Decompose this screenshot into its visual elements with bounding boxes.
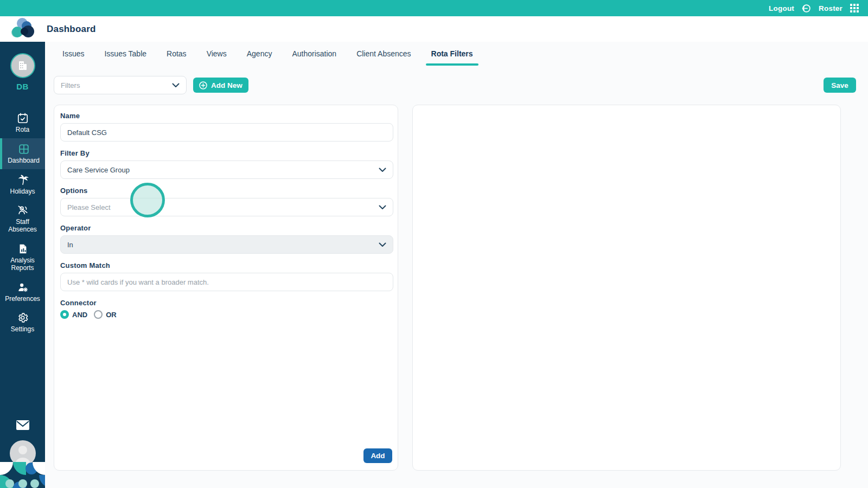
filter-by-select[interactable]: Care Service Group xyxy=(60,160,393,179)
filter-form-card: Name Filter By Care Service Group Option… xyxy=(54,105,398,471)
name-label: Name xyxy=(60,112,392,120)
roster-link[interactable]: Roster xyxy=(819,4,843,12)
chevron-down-icon xyxy=(379,205,386,210)
custom-match-label: Custom Match xyxy=(60,261,392,269)
sidebar-item-label: Settings xyxy=(2,326,44,333)
sidebar-item-label: Analysis Reports xyxy=(2,257,44,272)
connector-or-radio[interactable]: OR xyxy=(94,310,117,319)
connector-label: Connector xyxy=(60,299,392,307)
sidebar-item-label: Dashboard xyxy=(3,157,45,165)
user-initials: DB xyxy=(16,82,29,91)
messages-icon[interactable] xyxy=(16,420,30,433)
building-icon xyxy=(17,60,29,72)
page-title: Dashboard xyxy=(47,24,96,35)
app-header: Dashboard xyxy=(0,16,868,42)
document-chart-icon xyxy=(17,243,29,255)
gear-icon xyxy=(17,312,29,324)
name-input[interactable] xyxy=(60,123,393,142)
tab-issues[interactable]: Issues xyxy=(61,42,85,65)
add-button[interactable]: Add xyxy=(363,448,392,463)
tab-issues-table[interactable]: Issues Table xyxy=(103,42,148,65)
person-gear-icon xyxy=(17,281,29,293)
sidebar-item-rota[interactable]: Rota xyxy=(0,107,45,138)
add-new-label: Add New xyxy=(211,81,242,89)
tab-label: Rota Filters xyxy=(431,49,473,58)
sidebar-item-preferences[interactable]: Preferences xyxy=(0,277,45,307)
app-logo-icon xyxy=(11,17,35,41)
sidebar-item-dashboard[interactable]: Dashboard xyxy=(0,138,45,169)
tab-rotas[interactable]: Rotas xyxy=(165,42,188,65)
logout-icon[interactable] xyxy=(802,4,811,13)
sidebar-item-label: Rota xyxy=(2,126,44,134)
filter-results-card xyxy=(412,105,841,471)
main-content: Issues Issues Table Rotas Views Agency A… xyxy=(45,42,868,488)
sidebar-item-label: Preferences xyxy=(2,296,44,303)
apps-grid-icon[interactable] xyxy=(850,4,859,13)
radio-selected-icon xyxy=(60,310,69,319)
filter-by-label: Filter By xyxy=(60,149,392,157)
person-slash-icon xyxy=(17,204,29,216)
options-select[interactable]: Please Select xyxy=(60,198,393,216)
save-button[interactable]: Save xyxy=(824,78,856,93)
add-new-button[interactable]: Add New xyxy=(193,78,248,93)
filters-dropdown[interactable]: Filters xyxy=(54,76,187,94)
tab-authorisation[interactable]: Authorisation xyxy=(291,42,337,65)
chevron-down-icon xyxy=(172,83,180,88)
tab-client-absences[interactable]: Client Absences xyxy=(355,42,412,65)
connector-or-label: OR xyxy=(106,311,117,319)
operator-label: Operator xyxy=(60,224,392,232)
top-bar: Logout Roster xyxy=(0,0,868,16)
sidebar-item-staff-absences[interactable]: Staff Absences xyxy=(0,200,45,238)
palm-tree-icon xyxy=(17,174,29,186)
options-label: Options xyxy=(60,187,392,195)
sidebar: DB Rota Dashboard Holidays Staff Absence… xyxy=(0,42,45,488)
tab-views[interactable]: Views xyxy=(206,42,228,65)
sidebar-item-label: Staff Absences xyxy=(2,219,44,234)
operator-select[interactable]: In xyxy=(60,235,393,254)
tab-agency[interactable]: Agency xyxy=(246,42,273,65)
operator-value: In xyxy=(67,241,73,249)
user-avatar[interactable] xyxy=(10,53,35,78)
profile-avatar[interactable] xyxy=(10,440,36,466)
connector-radio-group: AND OR xyxy=(60,310,392,319)
connector-and-radio[interactable]: AND xyxy=(60,310,87,319)
radio-unselected-icon xyxy=(94,310,103,319)
circle-plus-icon xyxy=(199,81,207,89)
chevron-down-icon xyxy=(379,168,386,172)
sidebar-item-analysis-reports[interactable]: Analysis Reports xyxy=(0,238,45,277)
calendar-check-icon xyxy=(17,112,29,124)
filter-by-value: Care Service Group xyxy=(67,166,130,174)
custom-match-input[interactable] xyxy=(60,273,393,291)
connector-and-label: AND xyxy=(72,311,87,319)
options-placeholder: Please Select xyxy=(67,203,111,211)
tab-bar: Issues Issues Table Rotas Views Agency A… xyxy=(61,42,474,66)
filters-dropdown-placeholder: Filters xyxy=(61,81,172,89)
active-tab-underline xyxy=(426,63,478,66)
sidebar-item-settings[interactable]: Settings xyxy=(0,307,45,338)
dashboard-grid-icon xyxy=(18,143,30,155)
logout-link[interactable]: Logout xyxy=(769,4,794,12)
tab-rota-filters[interactable]: Rota Filters xyxy=(430,42,474,65)
chevron-down-icon xyxy=(379,242,386,247)
sidebar-item-holidays[interactable]: Holidays xyxy=(0,169,45,200)
sidebar-item-label: Holidays xyxy=(2,188,44,196)
person-silhouette-icon xyxy=(10,440,36,466)
